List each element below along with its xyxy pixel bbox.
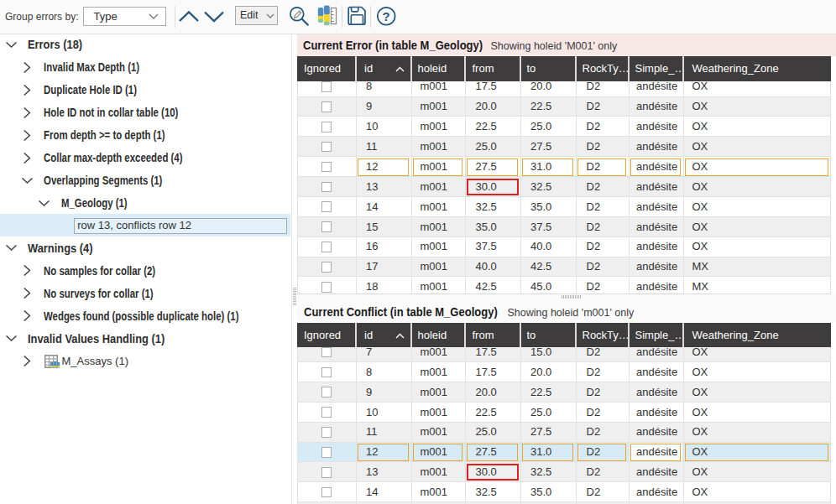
svg-text:?: ?: [382, 9, 389, 23]
